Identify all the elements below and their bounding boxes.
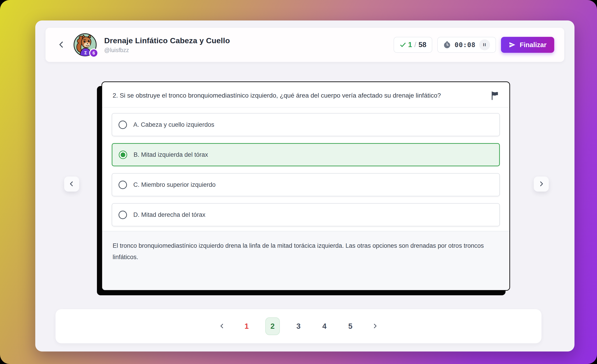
title-block: Drenaje Linfático Cabeza y Cuello @luisf…	[104, 36, 230, 54]
option-c[interactable]: C. Miembro superior izquierdo	[112, 173, 500, 196]
page-button-2[interactable]: 2	[265, 317, 280, 335]
page-button-1[interactable]: 1	[239, 317, 254, 335]
radio-option-d[interactable]	[118, 211, 127, 219]
level-badge: 6	[89, 48, 98, 58]
quiz-author-handle: @luisfbzz	[104, 47, 230, 54]
flag-icon	[491, 97, 499, 101]
progress-separator: /	[414, 41, 417, 49]
pagination-next-button[interactable]	[369, 320, 381, 332]
send-icon	[509, 41, 516, 48]
pause-button[interactable]: II	[479, 39, 490, 50]
chevron-right-icon	[538, 180, 545, 188]
pagination-prev-button[interactable]	[216, 320, 228, 332]
pagination-bar: 1 2 3 4 5	[55, 309, 542, 343]
progress-total: 58	[419, 41, 426, 49]
option-a-label: A. Cabeza y cuello izquierdos	[133, 121, 214, 128]
explanation-panel: El tronco bronquiomediastínico izquierdo…	[102, 231, 509, 290]
quiz-title: Drenaje Linfático Cabeza y Cuello	[104, 36, 230, 45]
quiz-app-window: Σ	[35, 20, 574, 351]
option-d[interactable]: D. Mitad derecha del tórax	[112, 203, 500, 226]
check-icon	[400, 41, 406, 48]
chevron-left-icon	[58, 41, 65, 49]
chevron-left-icon	[219, 323, 225, 330]
page-button-4[interactable]: 4	[317, 317, 332, 335]
quiz-header: Σ	[46, 28, 564, 62]
option-b-label: B. Mitad izquierda del tórax	[134, 151, 208, 158]
page-button-5[interactable]: 5	[343, 317, 358, 335]
radio-option-a[interactable]	[118, 121, 127, 129]
question-header: 2. Si se obstruye el tronco bronquiomedi…	[102, 82, 509, 107]
radio-option-b[interactable]	[119, 150, 127, 159]
option-c-label: C. Miembro superior izquierdo	[133, 181, 216, 188]
next-question-button[interactable]	[534, 176, 549, 191]
question-text: 2. Si se obstruye el tronco bronquiomedi…	[113, 90, 491, 101]
desktop-background: Σ	[0, 0, 597, 364]
avatar[interactable]: Σ	[73, 33, 97, 57]
option-b[interactable]: B. Mitad izquierda del tórax	[112, 143, 500, 166]
progress-pill: 1 / 58	[394, 37, 432, 53]
finish-button[interactable]: Finalizar	[501, 37, 554, 53]
options-list: A. Cabeza y cuello izquierdos B. Mitad i…	[102, 108, 509, 231]
finish-button-label: Finalizar	[520, 41, 547, 49]
timer-value: 00:08	[455, 41, 476, 49]
page-button-3[interactable]: 3	[291, 317, 306, 335]
radio-option-c[interactable]	[118, 181, 127, 189]
chevron-left-icon	[68, 180, 75, 188]
svg-text:Σ: Σ	[84, 50, 87, 55]
question-card: 2. Si se obstruye el tronco bronquiomedi…	[102, 81, 510, 291]
option-a[interactable]: A. Cabeza y cuello izquierdos	[112, 113, 500, 136]
pause-icon: II	[483, 42, 487, 47]
clock-icon	[443, 41, 451, 49]
timer-pill: 00:08 II	[437, 37, 496, 53]
progress-current: 1	[408, 41, 412, 49]
prev-question-button[interactable]	[64, 176, 79, 191]
option-d-label: D. Mitad derecha del tórax	[133, 211, 205, 218]
explanation-text: El tronco bronquiomediastínico izquierdo…	[113, 240, 499, 263]
back-button[interactable]	[55, 39, 67, 51]
flag-question-button[interactable]	[491, 91, 499, 101]
chevron-right-icon	[372, 323, 378, 330]
